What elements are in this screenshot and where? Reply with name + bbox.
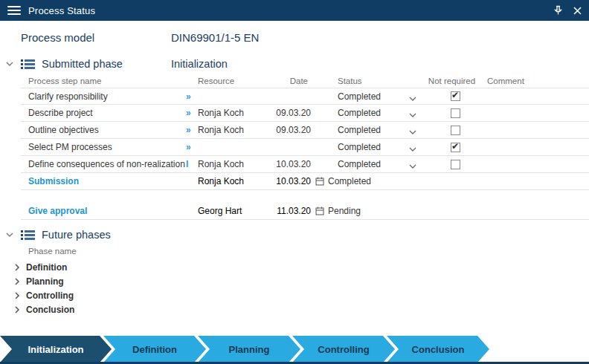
chevron-down-icon[interactable] [409, 112, 416, 118]
process-status-window: Process Status Process model DIN69901/1-… [0, 0, 589, 364]
phase-name: Conclusion [26, 305, 74, 315]
chevron-right-icon[interactable] [15, 278, 20, 285]
date-value: 10.03.20 [275, 159, 311, 169]
step-name: Select PM processes [21, 142, 186, 152]
phase-list-icon [21, 230, 35, 241]
resource-name: Ronja Koch [198, 125, 275, 135]
milestone-row: Give approval Georg Hart 11.03.20 Pendin… [21, 203, 589, 220]
collapse-chevron-icon[interactable] [6, 61, 13, 67]
chevron-right-icon[interactable] [15, 264, 20, 271]
chevron-right-icon[interactable] [15, 306, 20, 313]
column-process-step-name: Process step name [21, 77, 186, 85]
not-required-checkbox[interactable] [451, 126, 460, 135]
column-comment: Comment [480, 77, 589, 85]
phase-arrow-controlling[interactable]: Controlling [292, 336, 395, 363]
date-value: 09.03.20 [275, 108, 311, 118]
pin-icon[interactable] [553, 5, 563, 16]
step-name: Define consequences of non-realization [21, 159, 186, 169]
table-row: Select PM processes » Completed [21, 139, 589, 156]
chevron-down-icon[interactable] [409, 163, 416, 169]
future-phase-row[interactable]: Planning [15, 274, 589, 288]
step-name: Describe project [21, 108, 186, 118]
window-title: Process Status [28, 5, 95, 16]
collapse-chevron-icon[interactable] [6, 232, 13, 238]
column-not-required: Not required [424, 77, 480, 85]
column-status: Status [311, 77, 424, 85]
step-name: Outline objectives [21, 125, 186, 135]
not-required-checkbox[interactable] [451, 91, 460, 101]
phase-name: Planning [26, 276, 64, 287]
date-value: 09.03.20 [275, 125, 311, 135]
column-phase-name: Phase name [28, 247, 589, 259]
titlebar: Process Status [0, 0, 589, 21]
resource-name: Georg Hart [198, 206, 275, 216]
process-model-row: Process model DIN69901/1-5 EN [21, 28, 589, 46]
calendar-icon [315, 177, 324, 186]
not-required-checkbox[interactable] [451, 160, 460, 169]
menu-icon[interactable] [7, 6, 21, 15]
assign-resource-icon[interactable]: » [186, 108, 198, 118]
date-value: 11.03.20 [275, 206, 311, 216]
table-row: Clarify responsibility » Completed [21, 88, 589, 105]
process-model-label: Process model [21, 31, 171, 44]
not-required-checkbox[interactable] [451, 143, 460, 152]
phase-arrow-initialization[interactable]: Initialization [0, 336, 112, 363]
date-value: 10.03.20 [275, 176, 311, 186]
process-steps-table: Process step name Resource Date Status N… [21, 74, 589, 173]
not-required-checkbox[interactable] [451, 108, 460, 118]
phase-arrow-conclusion[interactable]: Conclusion [387, 336, 489, 363]
assign-resource-icon[interactable]: » [186, 125, 198, 135]
future-phase-row[interactable]: Controlling [15, 288, 589, 302]
column-date: Date [275, 77, 311, 85]
assign-resource-icon[interactable]: » [186, 142, 198, 152]
chevron-down-icon[interactable] [409, 129, 416, 135]
chevron-right-icon[interactable] [15, 292, 20, 299]
phase-arrow-planning[interactable]: Planning [198, 336, 300, 363]
future-phase-row[interactable]: Conclusion [15, 302, 589, 316]
process-model-value: DIN69901/1-5 EN [171, 31, 259, 44]
step-name: Clarify responsibility [21, 91, 186, 102]
table-row: Outline objectives » Ronja Koch 09.03.20… [21, 122, 589, 139]
table-row: Describe project » Ronja Koch 09.03.20 C… [21, 105, 589, 122]
resource-name: Ronja Koch [198, 108, 275, 118]
future-phase-row[interactable]: Definition [15, 260, 589, 274]
phase-progress-bar: Initialization Definition Planning Contr… [0, 336, 489, 363]
calendar-icon [315, 207, 324, 215]
phase-name: Definition [26, 262, 67, 273]
chevron-down-icon[interactable] [409, 96, 416, 102]
phase-arrow-definition[interactable]: Definition [103, 336, 206, 363]
table-row: Define consequences of non-realization I… [21, 156, 589, 173]
milestone-status: Pending [328, 206, 361, 216]
submitted-phase-title: Submitted phase [42, 58, 123, 70]
table-header-row: Process step name Resource Date Status N… [21, 74, 589, 88]
submitted-phase-header: Submitted phase Initialization [6, 55, 589, 73]
phase-list-icon [21, 59, 35, 70]
give-approval-link[interactable]: Give approval [21, 206, 186, 216]
phase-name: Controlling [26, 290, 74, 301]
assign-resource-icon[interactable]: » [186, 91, 198, 102]
close-icon[interactable] [573, 7, 582, 15]
future-phases-header: Future phases [6, 226, 589, 244]
chevron-down-icon[interactable] [409, 146, 416, 152]
resource-name: Ronja Koch [198, 159, 275, 169]
submitted-phase-name: Initialization [171, 58, 228, 70]
milestone-row: Submission Ronja Koch 10.03.20 Completed [21, 173, 589, 190]
milestone-status: Completed [328, 176, 371, 186]
resource-state-icon[interactable]: I [186, 159, 198, 169]
future-phases-title: Future phases [42, 229, 111, 241]
column-resource: Resource [198, 77, 275, 85]
resource-name: Ronja Koch [198, 176, 275, 186]
submission-link[interactable]: Submission [21, 176, 186, 186]
